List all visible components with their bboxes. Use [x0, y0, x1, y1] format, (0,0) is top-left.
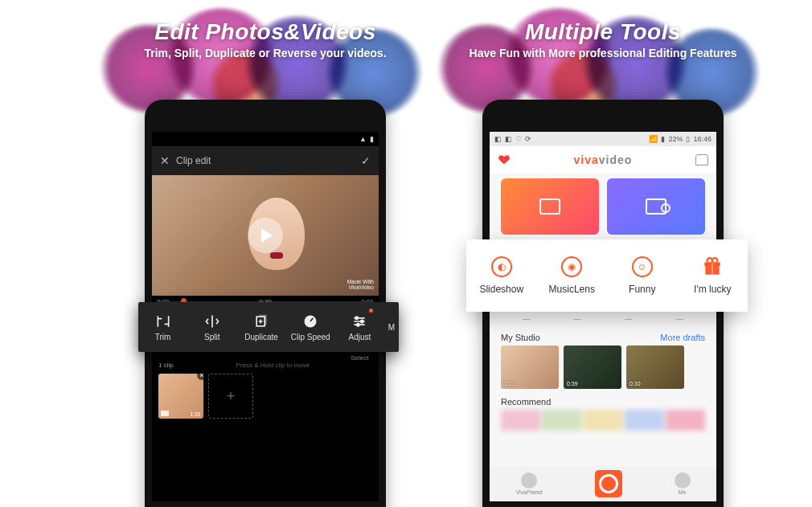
funny-icon: ☺ [632, 256, 653, 277]
edit-toolbar: Trim Split Duplicate Clip Speed Adjust S… [138, 302, 399, 352]
clip-info-row: 1 clip Press & Hold clip to move [152, 357, 379, 370]
promo-panel-tools: Multiple Tools Have Fun with More profes… [426, 0, 780, 507]
headline-title: Edit Photos&Videos [88, 19, 442, 45]
nav-create[interactable] [595, 470, 622, 497]
video-preview[interactable]: Made With VivaVideo [152, 175, 379, 296]
trim-button[interactable]: Trim [138, 302, 187, 352]
delete-clip-icon[interactable]: × [197, 370, 207, 380]
confirm-icon[interactable]: ✓ [361, 154, 371, 167]
status-time: 16:46 [693, 135, 712, 143]
status-bar: ◧◧♡⟳ 📶 ▮ 22% ▯ 16:46 [490, 132, 716, 146]
lucky-button[interactable]: I'm lucky [678, 239, 748, 312]
headline-block: Edit Photos&Videos Trim, Split, Duplicat… [88, 19, 442, 59]
video-icon [161, 411, 169, 416]
svg-point-9 [712, 258, 718, 264]
headline-subtitle: Have Fun with More professional Editing … [426, 47, 780, 59]
duplicate-icon [253, 313, 269, 329]
split-icon [204, 313, 220, 329]
recommend-row [490, 410, 716, 431]
split-button[interactable]: Split [187, 302, 236, 352]
headline-title: Multiple Tools [426, 19, 780, 45]
tile-edit[interactable] [501, 178, 599, 235]
film-icon [539, 198, 560, 215]
musiclens-icon: ◉ [561, 256, 582, 277]
section-header-studio: My Studio More drafts [490, 326, 716, 345]
gift-icon [702, 256, 723, 277]
app-bar: ✕ Clip edit ✓ [152, 146, 379, 175]
close-icon[interactable]: ✕ [160, 154, 170, 167]
musiclens-button[interactable]: ◉ MusicLens [537, 239, 608, 312]
adjust-button[interactable]: Adjust Select [335, 302, 384, 352]
clip-tray: × 1:01 + [152, 370, 379, 422]
profile-icon [675, 472, 691, 489]
svg-rect-7 [712, 263, 713, 275]
more-tools-button[interactable]: M [384, 302, 399, 352]
planet-icon [521, 472, 537, 489]
notification-dot-icon [369, 309, 373, 313]
brand-bar: vivavideo [490, 146, 716, 174]
studio-item[interactable]: 1:01 [501, 345, 559, 389]
clip-speed-button[interactable]: Clip Speed [286, 302, 335, 352]
nav-me[interactable]: Me [675, 472, 691, 495]
bottom-nav: VivaPlanet Me [490, 466, 716, 501]
store-icon[interactable] [695, 154, 708, 166]
studio-item[interactable]: 0:39 [564, 345, 621, 389]
create-icon [595, 470, 622, 497]
add-clip-button[interactable]: + [208, 374, 253, 419]
tools-popup: ◐ Slideshow ◉ MusicLens ☺ Funny I'm luck… [466, 239, 748, 312]
screen-home: ◧◧♡⟳ 📶 ▮ 22% ▯ 16:46 vivavideo [490, 132, 716, 501]
clip-duration: 1:01 [190, 411, 201, 417]
clip-thumb[interactable]: × 1:01 [158, 374, 203, 419]
slideshow-button[interactable]: ◐ Slideshow [466, 239, 537, 312]
more-drafts-link[interactable]: More drafts [660, 333, 705, 342]
play-icon[interactable] [248, 218, 283, 253]
clip-count: 1 clip [158, 362, 174, 369]
svg-point-3 [361, 320, 363, 322]
svg-point-2 [355, 317, 358, 319]
main-tiles [490, 174, 716, 239]
camera-icon [646, 198, 666, 215]
watermark: Made With VivaVideo [347, 279, 374, 291]
studio-list: 1:01 0:39 0:30 [490, 345, 716, 389]
recommend-title: Recommend [490, 389, 716, 410]
slideshow-icon: ◐ [491, 256, 512, 277]
status-bar: ▲▮ [152, 132, 379, 146]
adjust-icon [351, 313, 367, 329]
studio-title: My Studio [501, 333, 540, 342]
duplicate-button[interactable]: Duplicate [236, 302, 285, 352]
funny-button[interactable]: ☺ Funny [607, 239, 678, 312]
signal-icon: ▮ [661, 135, 665, 143]
studio-item[interactable]: 0:30 [626, 345, 684, 389]
headline-subtitle: Trim, Split, Duplicate or Reverse your v… [88, 47, 442, 59]
ghost-row: ———— [490, 312, 716, 326]
appbar-title: Clip edit [176, 155, 361, 166]
nav-planet[interactable]: VivaPlanet [515, 472, 542, 495]
tile-capture[interactable] [607, 178, 705, 235]
brand-logo: vivavideo [574, 153, 633, 166]
trim-icon [155, 313, 171, 329]
headline-block: Multiple Tools Have Fun with More profes… [426, 19, 780, 59]
svg-point-4 [357, 323, 359, 325]
promo-panel-edit: Edit Photos&Videos Trim, Split, Duplicat… [88, 0, 442, 507]
clip-hint: Press & Hold clip to move [236, 362, 310, 369]
favorite-icon[interactable] [498, 154, 511, 166]
speed-icon [302, 313, 318, 329]
